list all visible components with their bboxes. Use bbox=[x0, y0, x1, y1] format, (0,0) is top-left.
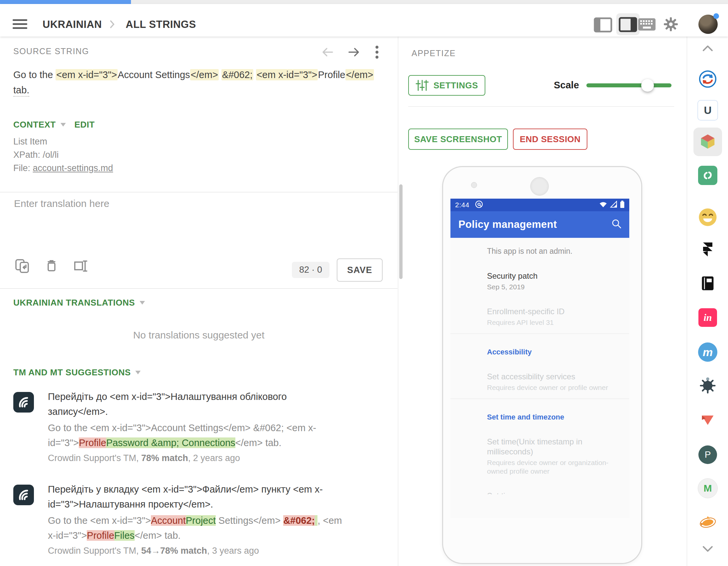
context-line-2: XPath: /ol/li bbox=[13, 148, 113, 162]
crowdin-editor: UKRAINIAN ALL STRINGS SOURCE STRING bbox=[0, 0, 728, 566]
search-icon[interactable] bbox=[611, 219, 622, 231]
more-options-icon[interactable] bbox=[375, 45, 379, 61]
context-edit-button[interactable]: EDIT bbox=[74, 120, 95, 130]
appetize-settings-button[interactable]: SETTINGS bbox=[408, 75, 485, 96]
phone-screen[interactable]: 2:44 Policy management This app is not a… bbox=[450, 199, 629, 518]
phone-list-item[interactable]: Set timezone bbox=[487, 491, 616, 494]
keyboard-shortcuts-icon[interactable] bbox=[638, 18, 656, 32]
fold-icon[interactable] bbox=[700, 412, 716, 428]
sliders-icon bbox=[416, 79, 429, 92]
marvel-icon[interactable]: m bbox=[698, 342, 717, 362]
phone-list-item[interactable]: Security patchSep 5, 2019 bbox=[487, 271, 616, 291]
divider bbox=[0, 288, 398, 288]
proto-icon[interactable]: P bbox=[698, 445, 717, 464]
translations-section-toggle[interactable]: UKRAINIAN TRANSLATIONS bbox=[13, 297, 145, 308]
scale-slider[interactable] bbox=[586, 83, 671, 87]
tm-suggestion[interactable]: Перейдіть до <em x-id="3">Налаштування о… bbox=[13, 389, 379, 463]
phone-item-title: Enrollment-specific ID bbox=[487, 306, 616, 316]
phone-list-divider bbox=[450, 398, 629, 399]
phone-appbar: Policy management bbox=[450, 211, 629, 238]
zeplin-icon[interactable] bbox=[698, 512, 717, 531]
appetize-panel: APPETIZE SETTINGS Scale SAVE SCREENSHOT … bbox=[398, 37, 687, 566]
battery-icon bbox=[620, 200, 625, 210]
book-icon[interactable] bbox=[700, 276, 716, 292]
context-info: List Item XPath: /ol/li File: account-se… bbox=[13, 135, 113, 175]
breadcrumb-section[interactable]: ALL STRINGS bbox=[126, 19, 196, 31]
phone-item-subtitle: Requires device owner or organization-ow… bbox=[487, 458, 616, 476]
phone-camera bbox=[471, 182, 477, 188]
mine-icon[interactable] bbox=[699, 377, 716, 396]
tm-meta-text: Crowdin Support's TM, 54→78% match, 3 ye… bbox=[48, 546, 379, 556]
phone-statusbar: 2:44 bbox=[450, 199, 629, 211]
save-screenshot-button[interactable]: SAVE SCREENSHOT bbox=[408, 129, 508, 150]
next-string-icon[interactable] bbox=[347, 45, 362, 61]
sidebar-scroll-up-icon[interactable] bbox=[700, 43, 715, 55]
link-icon[interactable] bbox=[698, 166, 717, 185]
copy-source-icon[interactable] bbox=[15, 259, 30, 275]
scrollbar[interactable] bbox=[399, 184, 403, 279]
tm-meta-text: Crowdin Support's TM, 78% match, 2 years… bbox=[48, 453, 379, 463]
phone-list-item[interactable]: Set time(Unix timestamp in milliseconds)… bbox=[487, 437, 616, 476]
context-file-line: File: account-settings.md bbox=[13, 162, 113, 175]
char-counter: 82 · 0 bbox=[292, 262, 329, 278]
source-string-text: Go to the <em x-id="3">Account Settings<… bbox=[13, 67, 384, 98]
sidebar-scroll-down-icon[interactable] bbox=[700, 544, 715, 555]
wifi-icon bbox=[599, 201, 607, 209]
phone-speaker bbox=[530, 177, 549, 196]
device-emulator: 2:44 Policy management This app is not a… bbox=[443, 167, 641, 563]
header: UKRAINIAN ALL STRINGS bbox=[0, 4, 728, 37]
previous-string-icon[interactable] bbox=[319, 45, 334, 61]
menu-icon[interactable] bbox=[13, 19, 27, 29]
breadcrumb-language[interactable]: UKRAINIAN bbox=[43, 19, 102, 31]
tm-section-toggle[interactable]: TM AND MT SUGGESTIONS bbox=[13, 367, 141, 378]
translation-input[interactable] bbox=[13, 197, 380, 252]
phone-item-subtitle: Sep 5, 2019 bbox=[487, 283, 616, 291]
cube-emulator-icon[interactable] bbox=[699, 132, 717, 152]
phone-item-title: Set timezone bbox=[487, 491, 616, 494]
phone-item-title: Set time(Unix timestamp in milliseconds) bbox=[487, 437, 616, 457]
phone-list-item[interactable]: Set accessibility servicesRequires devic… bbox=[487, 372, 616, 392]
crowdin-tm-icon bbox=[13, 392, 34, 412]
translation-panel: SOURCE STRING Go to the <em x-id="3">Acc… bbox=[0, 37, 398, 566]
tm-source-text: Go to the <em x-id="3">Account Settings<… bbox=[48, 420, 379, 450]
smiley-icon[interactable] bbox=[698, 208, 717, 228]
tm-suggestions-list: Перейдіть до <em x-id="3">Налаштування о… bbox=[13, 389, 379, 566]
end-session-button[interactable]: END SESSION bbox=[513, 129, 587, 150]
delete-translation-icon[interactable] bbox=[44, 259, 59, 275]
phone-list-divider bbox=[450, 333, 629, 334]
divider bbox=[0, 192, 398, 192]
tm-caret-icon bbox=[135, 371, 141, 374]
phone-app-title: Policy management bbox=[458, 219, 557, 231]
panel-layout-right-icon[interactable] bbox=[619, 17, 637, 34]
translations-caret-icon bbox=[140, 301, 145, 304]
phone-item-title: Security patch bbox=[487, 271, 616, 281]
breadcrumb-chevron-icon bbox=[110, 20, 115, 30]
context-caret-icon bbox=[61, 123, 66, 127]
scale-label: Scale bbox=[554, 80, 579, 91]
context-file-link[interactable]: account-settings.md bbox=[33, 163, 113, 173]
gear-icon[interactable] bbox=[663, 17, 678, 33]
no-translations-message: No translations suggested yet bbox=[0, 329, 398, 341]
phone-item-subtitle: Requires API level 31 bbox=[487, 318, 616, 327]
scale-slider-thumb[interactable] bbox=[641, 79, 654, 92]
phone-list-item[interactable]: Enrollment-specific IDRequires API level… bbox=[487, 306, 616, 327]
context-line-1: List Item bbox=[13, 135, 113, 148]
sync-translate-icon[interactable] bbox=[698, 70, 717, 90]
medium-icon[interactable]: M bbox=[698, 478, 718, 498]
tm-target-text: Перейдіть у вкладку <em x-id="3">Файли</… bbox=[48, 482, 379, 512]
divider bbox=[408, 106, 674, 107]
phone-settings-list: This app is not an admin.Security patchS… bbox=[450, 238, 629, 494]
phone-item-subtitle: Requires device owner or profile owner bbox=[487, 383, 616, 392]
source-string-label: SOURCE STRING bbox=[13, 47, 89, 56]
phone-item-title: Set accessibility services bbox=[487, 372, 616, 382]
tm-suggestion[interactable]: Перейдіть у вкладку <em x-id="3">Файли</… bbox=[13, 482, 379, 556]
framer-icon[interactable] bbox=[700, 242, 715, 259]
integrations-sidebar: U in m P M bbox=[687, 37, 728, 566]
phone-note: This app is not an admin. bbox=[487, 247, 616, 256]
context-toggle[interactable]: CONTEXT bbox=[13, 120, 66, 130]
u-letter-icon[interactable]: U bbox=[697, 100, 718, 121]
save-button[interactable]: SAVE bbox=[337, 259, 383, 282]
select-text-icon[interactable] bbox=[73, 259, 88, 275]
panel-layout-left-icon[interactable] bbox=[594, 17, 612, 34]
invision-icon[interactable]: in bbox=[698, 308, 717, 327]
